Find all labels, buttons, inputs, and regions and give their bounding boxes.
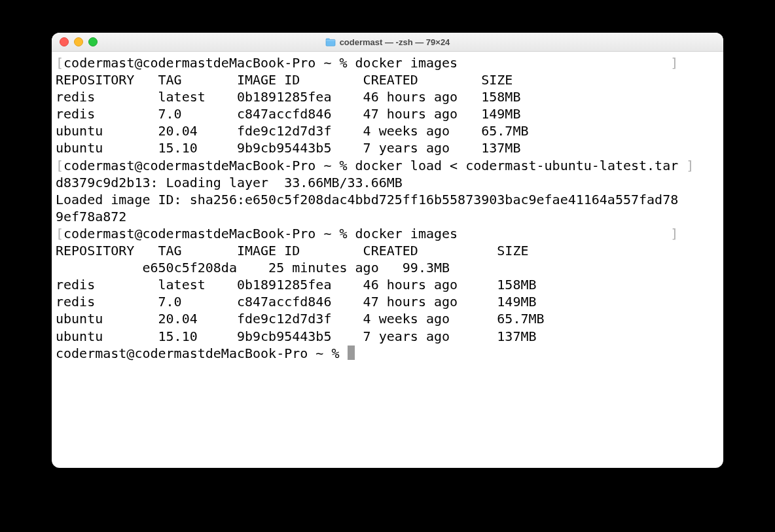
terminal-line: ubuntu 20.04 fde9c12d7d3f 4 weeks ago 65… xyxy=(56,122,719,139)
terminal-line: redis 7.0 c847accfd846 47 hours ago 149M… xyxy=(56,105,719,122)
terminal-line: redis latest 0b1891285fea 46 hours ago 1… xyxy=(56,276,719,293)
terminal-line: REPOSITORY TAG IMAGE ID CREATED SIZE xyxy=(56,242,719,259)
terminal-line: codermast@codermastdeMacBook-Pro ~ % xyxy=(56,345,719,362)
window-title-text: codermast — -zsh — 79×24 xyxy=(340,37,450,47)
terminal-line: d8379c9d2b13: Loading layer 33.66MB/33.6… xyxy=(56,174,719,191)
terminal-line: 9ef78a872 xyxy=(56,208,719,225)
titlebar[interactable]: codermast — -zsh — 79×24 xyxy=(52,33,723,52)
window-controls xyxy=(52,37,98,46)
terminal-content[interactable]: [codermast@codermastdeMacBook-Pro ~ % do… xyxy=(52,52,723,468)
minimize-icon[interactable] xyxy=(74,37,83,46)
terminal-line: ubuntu 15.10 9b9cb95443b5 7 years ago 13… xyxy=(56,139,719,156)
folder-icon xyxy=(325,38,336,46)
cursor xyxy=(348,346,355,360)
terminal-line: REPOSITORY TAG IMAGE ID CREATED SIZE xyxy=(56,71,719,88)
terminal-line: ubuntu 15.10 9b9cb95443b5 7 years ago 13… xyxy=(56,328,719,345)
terminal-line: Loaded image ID: sha256:e650c5f208dac4bb… xyxy=(56,191,719,208)
zoom-icon[interactable] xyxy=(88,37,98,46)
terminal-line: redis 7.0 c847accfd846 47 hours ago 149M… xyxy=(56,293,719,310)
terminal-line: ubuntu 20.04 fde9c12d7d3f 4 weeks ago 65… xyxy=(56,310,719,327)
close-icon[interactable] xyxy=(60,37,69,46)
terminal-line: [codermast@codermastdeMacBook-Pro ~ % do… xyxy=(56,225,719,242)
terminal-line: e650c5f208da 25 minutes ago 99.3MB xyxy=(56,259,719,276)
terminal-line: redis latest 0b1891285fea 46 hours ago 1… xyxy=(56,88,719,105)
terminal-line: [codermast@codermastdeMacBook-Pro ~ % do… xyxy=(56,54,719,71)
terminal-window: codermast — -zsh — 79×24 [codermast@code… xyxy=(52,33,723,468)
terminal-line: [codermast@codermastdeMacBook-Pro ~ % do… xyxy=(56,157,719,174)
window-title: codermast — -zsh — 79×24 xyxy=(52,37,723,47)
